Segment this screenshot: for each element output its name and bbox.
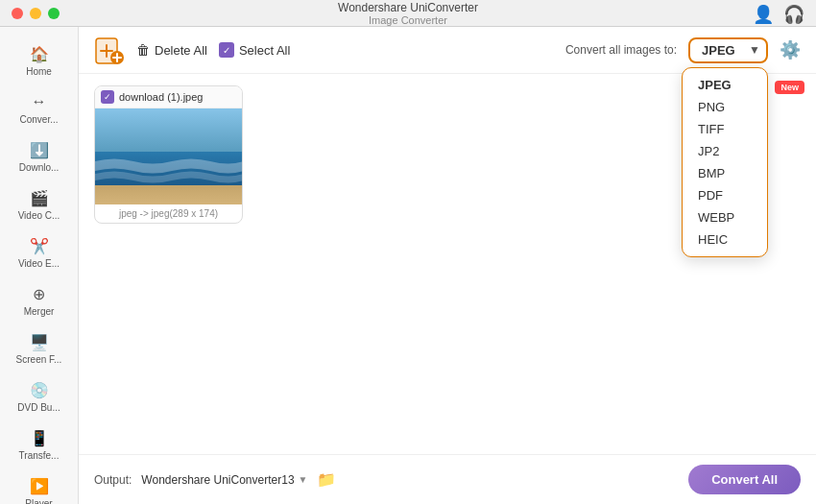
select-all-button[interactable]: ✓ Select All (219, 42, 290, 58)
format-option-heic[interactable]: HEIC (683, 228, 767, 251)
merger-icon: ⊕ (30, 284, 49, 303)
format-select[interactable]: JPEG PNG TIFF JP2 BMP PDF WEBP HEIC (688, 37, 768, 63)
app-title: Wondershare UniConverter (338, 1, 478, 14)
trash-icon: 🗑 (136, 42, 150, 58)
output-path[interactable]: Wondershare UniConverter13 ▼ (141, 473, 307, 487)
format-option-jp2[interactable]: JP2 (683, 140, 767, 162)
video-c-icon: 🎬 (30, 188, 49, 207)
folder-icon[interactable]: 📁 (317, 470, 336, 489)
screen-icon: 🖥️ (30, 332, 49, 351)
sidebar-item-screen[interactable]: 🖥️ Screen F... (0, 324, 78, 372)
delete-all-button[interactable]: 🗑 Delete All (136, 42, 207, 58)
headset-icon[interactable]: 🎧 (783, 4, 804, 25)
sidebar: 🏠 Home ↔️ Conver... ⬇️ Downlo... 🎬 Video… (0, 27, 79, 504)
window-controls[interactable] (12, 8, 60, 19)
sidebar-item-video-c[interactable]: 🎬 Video C... (0, 180, 78, 228)
output-label: Output: (94, 473, 132, 487)
sidebar-item-downloader[interactable]: ⬇️ Downlo... (0, 132, 78, 180)
select-all-label: Select All (239, 43, 290, 58)
output-chevron-icon: ▼ (299, 474, 308, 485)
sidebar-label-video-c: Video C... (18, 210, 60, 221)
converter-icon: ↔️ (30, 92, 49, 111)
settings-button[interactable]: ⚙️ (780, 39, 801, 60)
sidebar-item-merger[interactable]: ⊕ Merger (0, 276, 78, 324)
maximize-button[interactable] (48, 8, 60, 19)
file-checkbox[interactable]: ✓ (101, 90, 114, 104)
convert-images-label: Convert all images to: (565, 43, 677, 57)
sidebar-item-dvd[interactable]: 💿 DVD Bu... (0, 372, 78, 420)
sidebar-item-converter[interactable]: ↔️ Conver... (0, 84, 78, 132)
format-options-list: JPEG PNG TIFF JP2 BMP PDF WEBP HEIC (682, 67, 768, 257)
top-right-icons: 👤 🎧 (753, 4, 804, 25)
file-card: ✓ download (1).jpeg (94, 85, 243, 224)
new-badge: New (775, 81, 804, 94)
format-option-bmp[interactable]: BMP (683, 162, 767, 184)
bottom-bar: Output: Wondershare UniConverter13 ▼ 📁 C… (79, 454, 816, 504)
sidebar-label-home: Home (26, 66, 52, 77)
toolbar: 🗑 Delete All ✓ Select All Convert all im… (79, 27, 816, 74)
file-card-header: ✓ download (1).jpeg (95, 86, 242, 108)
delete-all-label: Delete All (155, 43, 207, 58)
dvd-icon: 💿 (30, 380, 49, 399)
close-button[interactable] (12, 8, 23, 19)
sidebar-label-dvd: DVD Bu... (17, 402, 60, 413)
player-icon: ▶️ (30, 476, 49, 495)
transfer-icon: 📱 (30, 428, 49, 447)
file-thumbnail (95, 108, 243, 204)
video-e-icon: ✂️ (30, 236, 49, 255)
app-subtitle: Image Converter (369, 14, 447, 26)
format-option-tiff[interactable]: TIFF (683, 118, 767, 140)
download-icon: ⬇️ (30, 140, 49, 159)
user-icon[interactable]: 👤 (753, 4, 774, 25)
minimize-button[interactable] (30, 8, 41, 19)
format-dropdown-wrapper: JPEG PNG TIFF JP2 BMP PDF WEBP HEIC ▼ JP… (688, 37, 768, 63)
checkbox-icon: ✓ (219, 42, 234, 58)
home-icon: 🏠 (30, 44, 49, 63)
sidebar-label-screen: Screen F... (16, 354, 62, 365)
content-area: 🗑 Delete All ✓ Select All Convert all im… (79, 27, 816, 504)
format-option-jpeg[interactable]: JPEG (683, 74, 767, 96)
sidebar-label-merger: Merger (24, 306, 55, 317)
sidebar-label-downloader: Downlo... (19, 162, 60, 173)
title-bar: Wondershare UniConverter Image Converter… (0, 0, 816, 27)
output-path-text: Wondershare UniConverter13 (141, 473, 294, 487)
format-option-png[interactable]: PNG (683, 96, 767, 118)
format-option-pdf[interactable]: PDF (683, 184, 767, 206)
file-name: download (1).jpeg (119, 91, 203, 103)
file-meta: jpeg -> jpeg(289 x 174) (95, 204, 242, 223)
svg-rect-9 (95, 185, 243, 204)
sidebar-label-player: Player (25, 498, 52, 504)
sidebar-label-converter: Conver... (19, 114, 58, 125)
convert-all-button[interactable]: Convert All (688, 465, 801, 494)
svg-rect-7 (95, 108, 243, 152)
format-option-webp[interactable]: WEBP (683, 206, 767, 228)
sidebar-label-video-e: Video E... (18, 258, 60, 269)
sidebar-label-transfer: Transfe... (19, 450, 60, 461)
add-file-icon (94, 35, 125, 65)
sidebar-item-home[interactable]: 🏠 Home (0, 36, 78, 84)
app-body: 🏠 Home ↔️ Conver... ⬇️ Downlo... 🎬 Video… (0, 27, 816, 504)
add-file-button[interactable] (94, 35, 125, 65)
sidebar-item-video-e[interactable]: ✂️ Video E... (0, 228, 78, 276)
sidebar-item-player[interactable]: ▶️ Player (0, 468, 78, 504)
sidebar-item-transfer[interactable]: 📱 Transfe... (0, 420, 78, 468)
